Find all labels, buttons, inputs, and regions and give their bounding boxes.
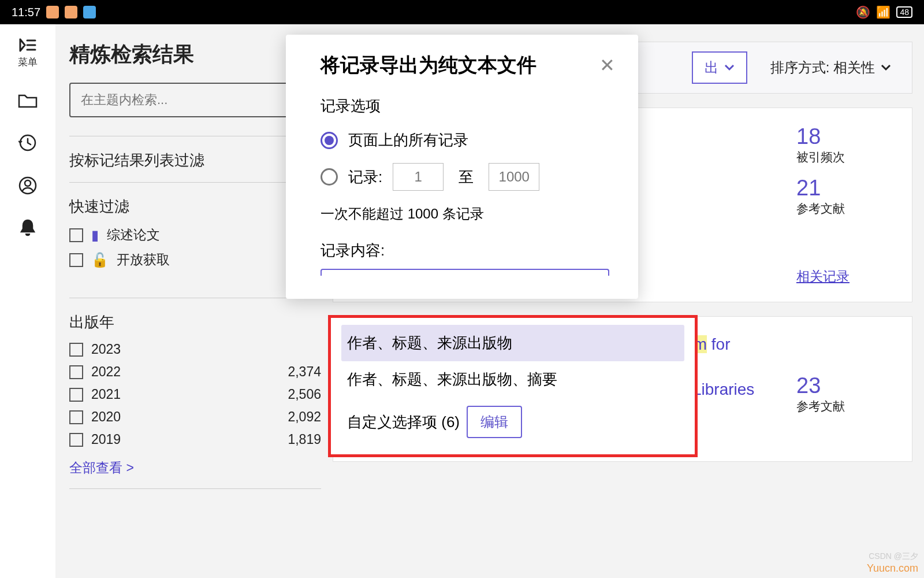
dropdown-option-2[interactable]: 作者、标题、来源出版物、摘要 xyxy=(341,361,684,398)
edit-button[interactable]: 编辑 xyxy=(467,406,522,438)
range-to-input[interactable] xyxy=(489,163,539,191)
radio-icon[interactable] xyxy=(321,132,338,149)
modal-title: 将记录导出为纯文本文件 xyxy=(321,52,536,79)
radio-icon[interactable] xyxy=(321,168,338,186)
yuucn-watermark: Yuucn.com xyxy=(867,562,918,575)
csdn-watermark: CSDN @三夕 xyxy=(869,551,918,562)
content-label: 记录内容: xyxy=(321,240,603,261)
range-from-input[interactable] xyxy=(393,163,444,191)
limit-hint: 一次不能超过 1000 条记录 xyxy=(321,205,603,223)
close-icon[interactable]: ✕ xyxy=(599,54,615,76)
modal-backdrop: 将记录导出为纯文本文件 ✕ 记录选项 页面上的所有记录 记录: 至 一次不能超过… xyxy=(0,0,924,578)
record-options-heading: 记录选项 xyxy=(321,96,603,116)
export-modal: 将记录导出为纯文本文件 ✕ 记录选项 页面上的所有记录 记录: 至 一次不能超过… xyxy=(286,35,638,299)
content-dropdown: 作者、标题、来源出版物 作者、标题、来源出版物、摘要 自定义选择项 (6) 编辑 xyxy=(328,315,698,457)
dropdown-option-1[interactable]: 作者、标题、来源出版物 xyxy=(341,325,684,361)
radio-all-on-page[interactable]: 页面上的所有记录 xyxy=(321,130,603,150)
radio-range[interactable]: 记录: 至 xyxy=(321,163,603,191)
dropdown-option-custom[interactable]: 自定义选择项 (6) 编辑 xyxy=(341,406,684,438)
